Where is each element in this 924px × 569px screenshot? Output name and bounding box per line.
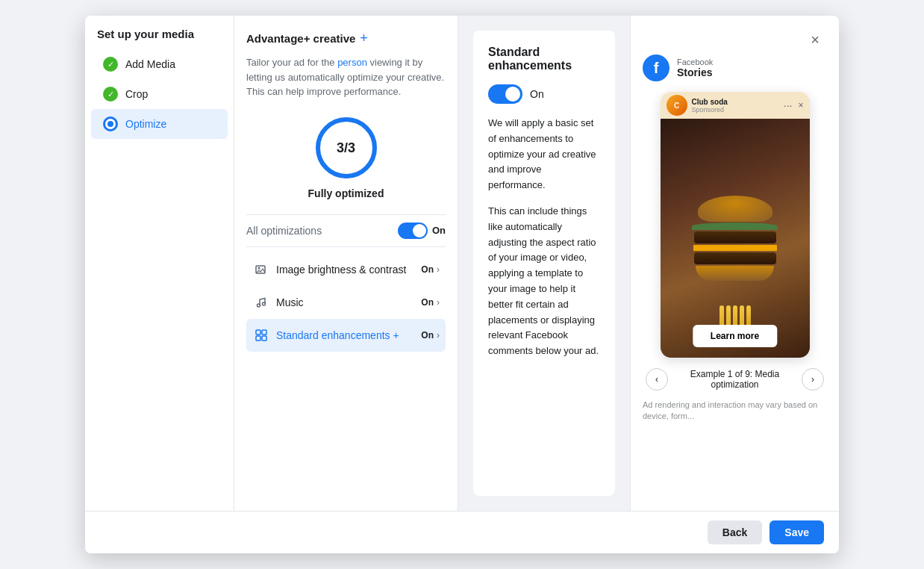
advantage-description: Tailor your ad for the person viewing it… [246,55,446,99]
cheese [693,245,777,251]
enhancements-desc2: This can include things like automatical… [488,204,600,359]
phone-close-icon: × [798,100,803,111]
patty [694,231,776,243]
example-label: Example 1 of 9: Media optimization [668,369,802,390]
preview-header: f Facebook Stories [643,55,827,81]
enhancements-on-label: On [530,88,544,100]
preview-platform-label: Facebook [677,57,713,66]
modal: Set up your media ✓ Add Media ✓ Crop Opt… [85,16,839,553]
prev-example-button[interactable]: ‹ [646,368,668,391]
enhancements-card: Standard enhancements On We will apply a… [473,31,615,496]
enhancements-toggle[interactable] [488,84,522,104]
optimization-item-music[interactable]: Music On › [246,286,446,319]
sidebar-item-label-optimize: Optimize [125,118,166,130]
rendering-note: Ad rendering and interaction may vary ba… [643,399,827,423]
advantage-title: Advantage+ creative [246,32,355,45]
sidebar-item-add-media[interactable]: ✓ Add Media [91,49,228,79]
save-button[interactable]: Save [770,520,824,544]
phone-preview: C Club soda Sponsored ··· × [661,92,810,358]
close-button[interactable]: × [803,28,827,52]
burger-image: Learn more [661,119,810,358]
burger-stack [690,196,780,281]
facebook-logo: f [643,55,669,81]
menu-dots-icon: ··· [784,99,793,111]
page-name: Club soda [692,98,728,106]
enhancements-title: Standard enhancements [488,46,600,72]
preview-controls: ‹ Example 1 of 9: Media optimization › [643,368,827,391]
phone-status-bar: C Club soda Sponsored ··· × [661,92,810,119]
opt-status-brightness: On [421,264,434,275]
svg-point-4 [257,304,260,307]
chevron-music-icon: › [437,297,440,308]
page-meta: Club soda Sponsored [692,98,728,114]
svg-rect-6 [256,330,260,335]
optimization-item-brightness[interactable]: Image brightness & contrast On › [246,253,446,286]
svg-point-5 [263,302,266,305]
opt-name-brightness: Image brightness & contrast [276,264,421,276]
lettuce [692,223,778,230]
main-panel: Standard enhancements On We will apply a… [458,16,839,511]
preview-platform-name: Stories [677,66,713,78]
active-circle-icon [103,116,118,131]
toggle-row: On [398,223,446,239]
active-circle-inner [107,121,113,127]
sidebar-title: Set up your media [85,28,234,49]
preview-panel: × f Facebook Stories C [630,16,839,511]
plus-badge: + [360,31,368,46]
music-icon [252,293,270,311]
bun-bottom [696,266,774,281]
opt-status-music: On [421,297,434,308]
bun-top [698,196,772,222]
check-icon-add-media: ✓ [103,57,118,72]
opt-name-standard: Standard enhancements + [276,329,421,341]
learn-more-button[interactable]: Learn more [693,325,777,347]
middle-panel: Advantage+ creative + Tailor your ad for… [234,16,458,511]
enhancements-desc1: We will apply a basic set of enhancement… [488,116,600,193]
enhancements-panel: Standard enhancements On We will apply a… [458,16,630,511]
all-optimizations-row: All optimizations On [246,214,446,247]
phone-page-info: C Club soda Sponsored [667,95,728,116]
sidebar-item-optimize[interactable]: Optimize [91,109,228,139]
circle-text: 3/3 [337,140,355,155]
svg-point-3 [258,267,260,269]
opt-name-music: Music [276,296,421,308]
back-button[interactable]: Back [708,520,762,544]
chevron-brightness-icon: › [437,264,440,275]
svg-rect-7 [262,330,266,335]
sidebar-item-label-add-media: Add Media [125,58,175,70]
toggle-on-label: On [432,225,446,236]
next-example-button[interactable]: › [802,368,824,391]
circle-label: Fully optimized [308,187,384,199]
image-brightness-icon [252,261,270,279]
sidebar-item-label-crop: Crop [125,88,148,100]
sidebar-item-crop[interactable]: ✓ Crop [91,79,228,109]
page-sponsored: Sponsored [692,106,728,114]
person-link[interactable]: person [337,57,367,68]
opt-status-standard: On [421,330,434,341]
phone-preview-wrapper: C Club soda Sponsored ··· × [643,92,827,358]
page-avatar: C [667,95,687,116]
circle-progress: 3/3 [313,114,380,181]
optimization-item-standard[interactable]: Standard enhancements + On › [246,319,446,352]
modal-footer: Back Save [85,511,839,553]
advantage-header: Advantage+ creative + [246,31,446,46]
svg-rect-9 [262,336,266,341]
circle-progress-container: 3/3 Fully optimized [246,114,446,199]
sidebar: Set up your media ✓ Add Media ✓ Crop Opt… [85,16,234,511]
modal-body: Set up your media ✓ Add Media ✓ Crop Opt… [85,16,839,511]
svg-rect-8 [256,336,260,341]
check-icon-crop: ✓ [103,87,118,102]
standard-enhancements-icon [252,326,270,344]
enhancements-toggle-row: On [488,84,600,104]
preview-platform-info: Facebook Stories [677,57,713,78]
all-optimizations-label: All optimizations [246,225,322,237]
all-optimizations-toggle[interactable] [398,223,428,239]
chevron-standard-icon: › [437,330,440,341]
burger-visual [690,196,780,281]
patty2 [694,252,776,264]
